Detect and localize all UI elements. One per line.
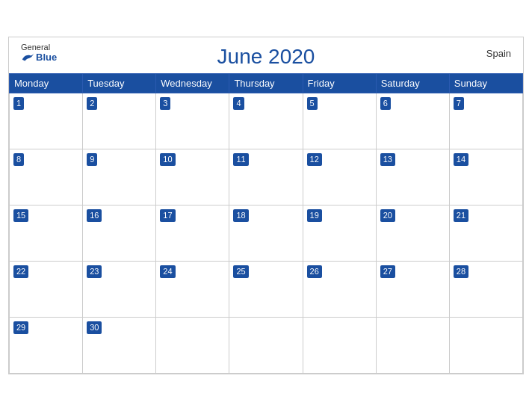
- calendar-day-cell: 3: [156, 93, 229, 149]
- calendar-day-cell: 15: [10, 206, 83, 262]
- calendar-day-cell: 5: [303, 93, 376, 149]
- calendar-title: June 2020: [217, 45, 315, 69]
- calendar-day-cell: 2: [83, 93, 156, 149]
- day-number: 17: [160, 209, 175, 222]
- calendar-day-cell: 16: [83, 206, 156, 262]
- weekday-tuesday: Tuesday: [83, 74, 156, 93]
- calendar-day-cell: 13: [376, 149, 449, 206]
- calendar-header: General Blue June 2020 Spain: [9, 37, 523, 73]
- calendar-day-cell: 9: [83, 149, 156, 206]
- day-number: 4: [233, 97, 244, 110]
- calendar-day-cell: [303, 318, 376, 374]
- day-number: 16: [87, 209, 102, 222]
- day-number: 13: [380, 153, 395, 166]
- calendar-day-cell: 24: [156, 262, 229, 318]
- calendar-day-cell: 25: [229, 262, 303, 318]
- calendar-day-cell: 12: [303, 149, 376, 206]
- day-number: 27: [380, 265, 395, 278]
- calendar-day-cell: 20: [376, 206, 449, 262]
- weekday-saturday: Saturday: [376, 74, 449, 93]
- calendar: General Blue June 2020 Spain Monday Tues…: [8, 37, 524, 374]
- day-number: 7: [454, 97, 464, 110]
- calendar-day-cell: [449, 318, 522, 374]
- calendar-day-cell: 26: [303, 262, 376, 318]
- day-number: 6: [380, 97, 391, 110]
- day-number: 12: [307, 153, 322, 166]
- calendar-table: Monday Tuesday Wednesday Thursday Friday…: [9, 73, 523, 374]
- calendar-day-cell: 14: [449, 149, 522, 206]
- day-number: 24: [160, 265, 175, 278]
- calendar-day-cell: 29: [10, 318, 83, 374]
- day-number: 2: [87, 97, 97, 110]
- calendar-week-row: 1234567: [10, 93, 523, 149]
- logo: General Blue: [21, 43, 57, 63]
- logo-general-text: General: [21, 43, 50, 52]
- country-label: Spain: [486, 48, 511, 59]
- day-number: 20: [380, 209, 395, 222]
- calendar-day-cell: 17: [156, 206, 229, 262]
- day-number: 9: [87, 153, 97, 166]
- calendar-day-cell: [229, 318, 303, 374]
- calendar-day-cell: 23: [83, 262, 156, 318]
- calendar-day-cell: 1: [10, 93, 83, 149]
- calendar-day-cell: 22: [10, 262, 83, 318]
- logo-bird-icon: [21, 52, 34, 63]
- day-number: 19: [307, 209, 322, 222]
- day-number: 18: [233, 209, 248, 222]
- calendar-day-cell: 18: [229, 206, 303, 262]
- weekday-monday: Monday: [10, 74, 83, 93]
- day-number: 15: [13, 209, 28, 222]
- day-number: 28: [454, 265, 468, 278]
- calendar-day-cell: [376, 318, 449, 374]
- calendar-day-cell: 28: [449, 262, 522, 318]
- calendar-week-row: 2930: [10, 318, 523, 374]
- day-number: 10: [160, 153, 175, 166]
- weekday-header-row: Monday Tuesday Wednesday Thursday Friday…: [10, 74, 523, 93]
- weekday-thursday: Thursday: [229, 74, 303, 93]
- day-number: 14: [454, 153, 468, 166]
- day-number: 8: [13, 153, 24, 166]
- day-number: 5: [307, 97, 318, 110]
- weekday-friday: Friday: [303, 74, 376, 93]
- day-number: 11: [233, 153, 248, 166]
- weekday-sunday: Sunday: [449, 74, 522, 93]
- calendar-day-cell: 30: [83, 318, 156, 374]
- calendar-day-cell: 7: [449, 93, 522, 149]
- calendar-day-cell: 6: [376, 93, 449, 149]
- weekday-wednesday: Wednesday: [156, 74, 229, 93]
- calendar-day-cell: 19: [303, 206, 376, 262]
- calendar-day-cell: 8: [10, 149, 83, 206]
- day-number: 30: [87, 321, 102, 334]
- calendar-week-row: 891011121314: [10, 149, 523, 206]
- day-number: 23: [87, 265, 102, 278]
- day-number: 25: [233, 265, 248, 278]
- calendar-day-cell: 11: [229, 149, 303, 206]
- day-number: 22: [13, 265, 28, 278]
- calendar-week-row: 22232425262728: [10, 262, 523, 318]
- day-number: 26: [307, 265, 322, 278]
- calendar-day-cell: 21: [449, 206, 522, 262]
- day-number: 29: [13, 321, 28, 334]
- calendar-day-cell: 27: [376, 262, 449, 318]
- calendar-day-cell: 10: [156, 149, 229, 206]
- logo-blue-text: Blue: [21, 52, 57, 63]
- day-number: 21: [454, 209, 468, 222]
- calendar-day-cell: [156, 318, 229, 374]
- calendar-day-cell: 4: [229, 93, 303, 149]
- day-number: 1: [13, 97, 24, 110]
- calendar-week-row: 15161718192021: [10, 206, 523, 262]
- day-number: 3: [160, 97, 170, 110]
